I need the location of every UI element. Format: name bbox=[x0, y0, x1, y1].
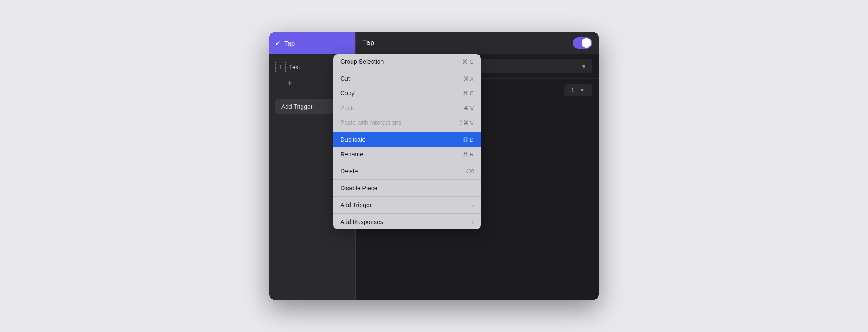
enable-toggle[interactable] bbox=[573, 37, 592, 49]
menu-item-delete[interactable]: Delete ⌫ bbox=[333, 164, 481, 179]
menu-add-responses-arrow: › bbox=[472, 219, 474, 225]
menu-duplicate-shortcut: ⌘ D bbox=[463, 137, 474, 143]
menu-rename-label: Rename bbox=[340, 151, 363, 158]
menu-rename-shortcut: ⌘ R bbox=[463, 151, 474, 158]
fingers-dropdown-arrow: ▼ bbox=[579, 87, 585, 94]
menu-item-add-trigger[interactable]: Add Trigger › bbox=[333, 198, 481, 212]
menu-cut-shortcut: ⌘ X bbox=[463, 75, 474, 82]
menu-item-disable-piece[interactable]: Disable Piece bbox=[333, 181, 481, 195]
text-icon-letter: T bbox=[279, 64, 283, 71]
menu-divider-3 bbox=[333, 163, 481, 163]
menu-divider-2 bbox=[333, 131, 481, 131]
left-panel-tap-label: Tap bbox=[284, 39, 295, 47]
menu-item-paste-interactions[interactable]: Paste with Interactions ⇧⌘ V bbox=[333, 115, 481, 130]
menu-item-add-responses[interactable]: Add Responses › bbox=[333, 215, 481, 229]
menu-item-copy[interactable]: Copy ⌘ C bbox=[333, 86, 481, 101]
menu-divider-6 bbox=[333, 213, 481, 214]
menu-delete-label: Delete bbox=[340, 168, 358, 175]
left-panel-header: ✓ Tap bbox=[269, 32, 355, 54]
menu-item-cut[interactable]: Cut ⌘ X bbox=[333, 71, 481, 86]
text-layer-label: Text bbox=[289, 64, 300, 71]
menu-copy-label: Copy bbox=[340, 90, 355, 97]
menu-disable-piece-label: Disable Piece bbox=[340, 185, 378, 192]
action-dropdown-arrow: ▼ bbox=[581, 63, 587, 70]
menu-delete-shortcut: ⌫ bbox=[466, 168, 474, 175]
menu-item-rename[interactable]: Rename ⌘ R bbox=[333, 147, 481, 162]
menu-add-trigger-label: Add Trigger bbox=[340, 202, 372, 208]
fingers-dropdown[interactable]: 1 ▼ bbox=[564, 84, 592, 96]
menu-divider-4 bbox=[333, 179, 481, 180]
menu-item-duplicate[interactable]: Duplicate ⌘ D bbox=[333, 132, 481, 147]
tap-header-icon: ✓ bbox=[275, 39, 281, 47]
menu-group-selection-label: Group Selection bbox=[340, 58, 384, 65]
menu-divider-5 bbox=[333, 196, 481, 197]
menu-group-selection-shortcut: ⌘ G bbox=[462, 59, 474, 65]
menu-paste-interactions-shortcut: ⇧⌘ V bbox=[458, 120, 474, 126]
menu-item-group-selection[interactable]: Group Selection ⌘ G bbox=[333, 54, 481, 69]
menu-paste-shortcut: ⌘ V bbox=[463, 105, 474, 111]
context-menu: Group Selection ⌘ G Cut ⌘ X Copy ⌘ C Pas… bbox=[333, 54, 481, 229]
menu-add-trigger-arrow: › bbox=[472, 202, 474, 208]
menu-divider-1 bbox=[333, 70, 481, 70]
menu-cut-label: Cut bbox=[340, 75, 350, 82]
fingers-value-text: 1 bbox=[571, 87, 575, 94]
text-layer-icon: T bbox=[275, 62, 286, 72]
right-panel-header: Tap bbox=[356, 32, 599, 54]
menu-item-paste[interactable]: Paste ⌘ V bbox=[333, 101, 481, 115]
menu-duplicate-label: Duplicate bbox=[340, 136, 365, 143]
menu-paste-interactions-label: Paste with Interactions bbox=[340, 119, 401, 126]
toggle-knob bbox=[582, 38, 591, 48]
right-panel-tap-label: Tap bbox=[363, 39, 374, 47]
menu-add-responses-label: Add Responses bbox=[340, 218, 383, 225]
menu-copy-shortcut: ⌘ C bbox=[463, 90, 474, 97]
menu-paste-label: Paste bbox=[340, 104, 356, 111]
app-window: ✓ Tap T Text + Add Trigger Tap T Add ▼ bbox=[269, 32, 599, 300]
